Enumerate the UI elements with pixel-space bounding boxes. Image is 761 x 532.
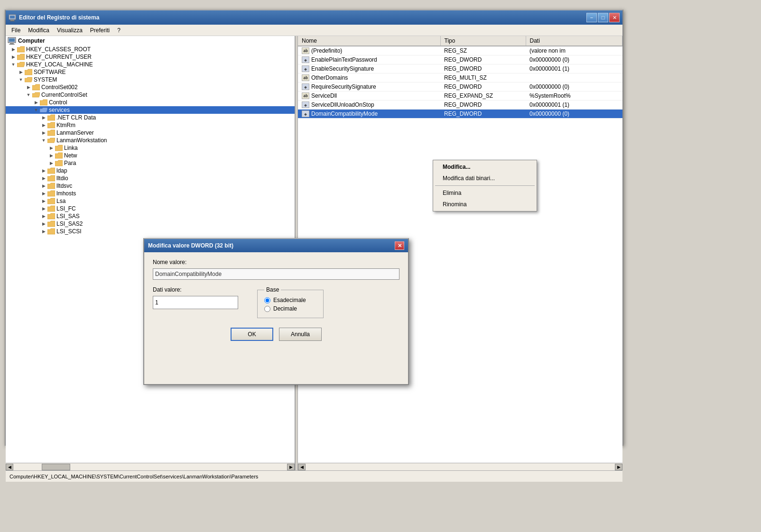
dialog-buttons: OK Annulla	[153, 328, 399, 341]
dati-valore-input[interactable]	[153, 296, 238, 309]
dialog-body: Nome valore: Dati valore: Base Esadecima…	[144, 252, 408, 348]
radio-dec-row: Decimale	[264, 305, 316, 312]
dialog-title-bar: Modifica valore DWORD (32 bit) ✕	[144, 239, 408, 252]
dword-dialog: Modifica valore DWORD (32 bit) ✕ Nome va…	[143, 238, 409, 385]
cancel-button[interactable]: Annulla	[279, 328, 322, 341]
nome-valore-label: Nome valore:	[153, 259, 399, 266]
dati-valore-label: Dati valore:	[153, 286, 238, 293]
dialog-close-button[interactable]: ✕	[395, 241, 404, 250]
dati-valore-section: Dati valore:	[153, 286, 238, 309]
main-window: Editor del Registro di sistema − □ ✕ Fil…	[5, 9, 623, 446]
radio-hex-row: Esadecimale	[264, 297, 316, 303]
radio-hex-label: Esadecimale	[273, 297, 306, 303]
status-bar: Computer\HKEY_LOCAL_MACHINE\SYSTEM\Curre…	[6, 470, 622, 482]
base-fieldset: Base Esadecimale Decimale	[257, 286, 324, 318]
dialog-overlay: Modifica valore DWORD (32 bit) ✕ Nome va…	[6, 10, 622, 445]
radio-dec[interactable]	[264, 306, 270, 312]
base-legend: Base	[264, 286, 281, 293]
dialog-title-text: Modifica valore DWORD (32 bit)	[148, 242, 233, 249]
right-hscroll[interactable]: ◀ ▶	[298, 463, 622, 470]
tree-hscroll[interactable]: ◀ ▶	[6, 463, 295, 470]
status-text: Computer\HKEY_LOCAL_MACHINE\SYSTEM\Curre…	[9, 474, 258, 479]
radio-dec-label: Decimale	[273, 305, 297, 312]
ok-button[interactable]: OK	[231, 328, 273, 341]
radio-hex[interactable]	[264, 297, 270, 303]
nome-valore-input[interactable]	[153, 268, 399, 280]
data-base-row: Dati valore: Base Esadecimale Decimale	[153, 286, 399, 318]
